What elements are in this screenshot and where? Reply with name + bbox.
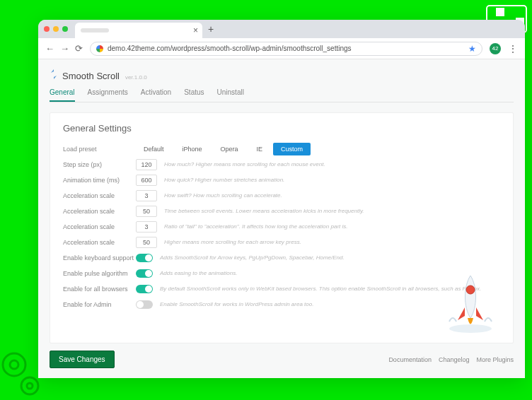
setting-row: Acceleration scaleHow swift? How much sc… [63,189,500,202]
page-content: Smooth Scroll ver.1.0.0 GeneralAssignmen… [38,59,525,378]
setting-toggle[interactable] [136,269,153,278]
settings-panel: General Settings Load preset DefaultiPho… [50,112,514,343]
setting-hint: Time between scroll events. Lower means … [164,208,364,214]
setting-hint: Adds SmoothScroll for Arrow keys, PgUp/P… [160,254,345,261]
setting-label: Acceleration scale [63,239,136,246]
save-button[interactable]: Save Changes [50,351,115,368]
section-title: General Settings [63,123,500,134]
setting-label: Acceleration scale [63,223,136,230]
close-tab-icon[interactable]: × [193,25,198,35]
svg-point-1 [10,360,18,369]
setting-row: Animation time (ms)How quick? Higher num… [63,173,500,187]
app-version: ver.1.0.0 [125,74,147,81]
svg-point-7 [449,324,492,333]
browser-tab[interactable]: × [75,23,202,38]
url-text: demo.42theme.com/wordpress/smooth-scroll… [108,45,352,52]
tab-general[interactable]: General [50,88,75,102]
app-header: Smooth Scroll ver.1.0.0 [50,69,514,81]
svg-point-2 [21,377,38,394]
kebab-menu-icon[interactable]: ⋮ [508,47,518,51]
tab-title-placeholder [81,28,109,33]
google-favicon-icon [96,45,103,52]
setting-label: Enable pulse algorithm [63,270,136,277]
setting-row: Enable keyboard supportAdds SmoothScroll… [63,251,500,264]
setting-input[interactable] [136,190,157,201]
profile-avatar[interactable]: 42 [490,43,501,54]
setting-row: Acceleration scaleTime between scroll ev… [63,204,500,218]
setting-row: Acceleration scaleRatio of "tail" to "ac… [63,220,500,233]
forward-icon[interactable]: → [60,43,69,54]
footer-links: DocumentationChangelogMore Plugins [388,356,514,363]
setting-label: Enable for Admin [63,301,136,308]
setting-label: Enable for all browsers [63,286,136,293]
close-window-icon[interactable] [44,26,50,32]
new-tab-button[interactable]: + [208,23,214,35]
preset-default[interactable]: Default [136,143,172,155]
setting-label: Acceleration scale [63,192,136,199]
preset-opera[interactable]: Opera [213,143,246,155]
setting-label: Enable keyboard support [63,254,136,261]
reload-icon[interactable]: ⟳ [75,43,83,54]
preset-custom[interactable]: Custom [273,143,311,155]
setting-hint: Higher means more scrolling for each arr… [164,239,301,245]
nav-buttons: ← → ⟳ [45,43,83,54]
setting-row: Step size (px)How much? Higher means mor… [63,158,500,171]
back-icon[interactable]: ← [45,43,54,54]
setting-toggle[interactable] [136,254,153,262]
maximize-window-icon[interactable] [62,26,68,32]
settings-tabs: GeneralAssignmentsActivationStatusUninst… [50,88,514,102]
setting-hint: Ratio of "tail" to "acceleration". It af… [164,223,348,230]
setting-input[interactable] [136,159,157,170]
browser-window: × + ← → ⟳ demo.42theme.com/wordpress/smo… [38,20,525,378]
setting-row: Acceleration scaleHigher means more scro… [63,235,500,249]
setting-toggle[interactable] [136,300,153,309]
app-title: Smooth Scroll [62,71,120,81]
tab-status[interactable]: Status [184,88,204,102]
setting-toggle[interactable] [136,285,153,293]
svg-point-0 [3,353,25,376]
setting-label: Acceleration scale [63,208,136,215]
rocket-illustration [435,265,506,336]
setting-input[interactable] [136,221,157,233]
setting-hint: Adds easing to the animations. [160,270,237,276]
setting-hint: By default SmoothScroll works only in We… [160,286,481,292]
svg-point-3 [27,383,33,389]
tab-assignments[interactable]: Assignments [88,88,128,102]
tab-strip: × + [38,20,525,38]
setting-input[interactable] [136,206,157,217]
svg-point-8 [466,286,475,294]
app-logo-icon [50,69,58,79]
setting-label: Animation time (ms) [63,177,136,184]
preset-buttons: DefaultiPhoneOperaIECustom [136,143,311,155]
address-bar: ← → ⟳ demo.42theme.com/wordpress/smooth-… [38,38,525,59]
tab-uninstall[interactable]: Uninstall [217,88,244,102]
bookmark-star-icon[interactable]: ★ [468,44,476,54]
svg-rect-5 [497,8,504,16]
tab-activation[interactable]: Activation [141,88,171,102]
setting-hint: How swift? How much scrolling can accele… [164,192,282,199]
preset-iphone[interactable]: iPhone [175,143,210,155]
page-footer: Save Changes DocumentationChangelogMore … [50,351,514,368]
preset-ie[interactable]: IE [249,143,271,155]
setting-hint: How quick? Higher number stretches anima… [164,177,284,183]
omnibox[interactable]: demo.42theme.com/wordpress/smooth-scroll… [90,42,482,56]
minimize-window-icon[interactable] [53,26,59,32]
setting-input[interactable] [136,237,157,248]
footer-link[interactable]: Changelog [439,356,470,363]
preset-label: Load preset [63,146,136,153]
setting-hint: Enable SmoothScroll for works in WordPre… [160,301,313,307]
footer-link[interactable]: More Plugins [476,356,514,363]
setting-input[interactable] [136,175,157,186]
setting-label: Step size (px) [63,161,136,168]
setting-hint: How much? Higher means more scrolling fo… [164,161,325,167]
window-controls [44,26,68,32]
footer-link[interactable]: Documentation [388,356,432,363]
